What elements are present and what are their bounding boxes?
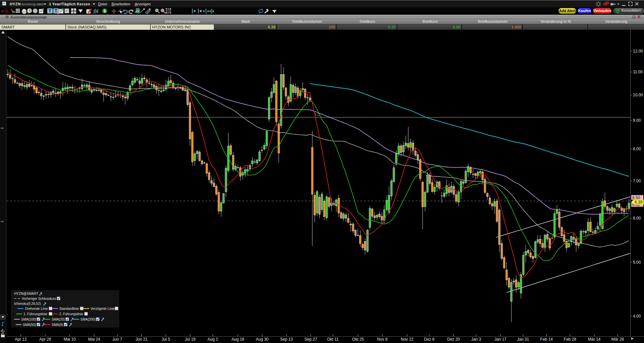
svg-text:Aug 16: Aug 16: [232, 337, 244, 342]
svg-text:Jan 3: Jan 3: [471, 337, 481, 342]
svg-text:11.00: 11.00: [633, 70, 643, 74]
svg-text:Jan 17: Jan 17: [494, 337, 506, 342]
svg-text:Okt 25: Okt 25: [352, 337, 364, 342]
svg-text:6.00: 6.00: [633, 216, 641, 221]
svg-text:Sep 27: Sep 27: [304, 337, 317, 342]
svg-text:Mai 24: Mai 24: [88, 337, 100, 342]
svg-text:6.50: 6.50: [632, 195, 640, 200]
svg-text:Mai 10: Mai 10: [64, 337, 76, 342]
svg-text:Jun 7: Jun 7: [112, 337, 122, 342]
svg-text:SMA(9): SMA(9): [52, 323, 63, 327]
svg-text:7.00: 7.00: [633, 179, 641, 183]
svg-text:Apr 12: Apr 12: [15, 337, 27, 342]
svg-text:Jan 31: Jan 31: [517, 337, 529, 342]
svg-text:Mär 28: Mär 28: [611, 337, 624, 342]
svg-text:6.39: 6.39: [635, 200, 643, 204]
svg-text:8.00: 8.00: [633, 147, 641, 151]
svg-text:Jul 19: Jul 19: [185, 337, 195, 342]
svg-text:Aug 30: Aug 30: [256, 337, 268, 342]
svg-text:Sep 13: Sep 13: [280, 337, 293, 342]
svg-text:Nov 8: Nov 8: [377, 337, 388, 342]
svg-text:Drehende Linie: Drehende Linie: [25, 307, 48, 311]
svg-text:Dez 20: Dez 20: [447, 337, 460, 342]
svg-text:Apr 26: Apr 26: [39, 337, 51, 342]
svg-text:Verzögerte Linie: Verzögerte Linie: [90, 307, 115, 311]
svg-text:Standardlinie: Standardlinie: [59, 307, 79, 311]
svg-text:Okt 11: Okt 11: [327, 337, 339, 342]
svg-text:4.00: 4.00: [633, 314, 641, 319]
svg-text:HYZN@SMART: HYZN@SMART: [14, 292, 38, 295]
svg-text:1. Führungslinie: 1. Führungslinie: [23, 312, 48, 316]
svg-text:Dez 6: Dez 6: [424, 337, 435, 342]
svg-text:SMA(100): SMA(100): [21, 318, 36, 321]
svg-text:Ichimoku(9,26,52): Ichimoku(9,26,52): [14, 302, 41, 306]
svg-text:Mär 14: Mär 14: [588, 337, 601, 342]
svg-text:Jun 21: Jun 21: [135, 337, 147, 342]
svg-text:5.00: 5.00: [633, 260, 641, 265]
svg-text:Aug 2: Aug 2: [207, 337, 218, 342]
svg-text:Vorheriger Schlusskurs: Vorheriger Schlusskurs: [22, 297, 56, 301]
svg-text:SMA(50): SMA(50): [23, 323, 36, 327]
svg-text:Nov 22: Nov 22: [401, 337, 413, 342]
svg-text:Feb 14: Feb 14: [540, 337, 553, 342]
svg-text:9.00: 9.00: [633, 118, 641, 123]
svg-text:SMA(200): SMA(200): [80, 318, 95, 321]
svg-text:Feb 28: Feb 28: [564, 337, 576, 342]
svg-text:SMA(20): SMA(20): [52, 318, 65, 321]
svg-text:2. Führungslinie: 2. Führungslinie: [59, 312, 83, 316]
svg-text:12.00: 12.00: [633, 49, 643, 54]
svg-text:10.00: 10.00: [633, 93, 643, 97]
svg-text:Jul 5: Jul 5: [162, 337, 170, 342]
